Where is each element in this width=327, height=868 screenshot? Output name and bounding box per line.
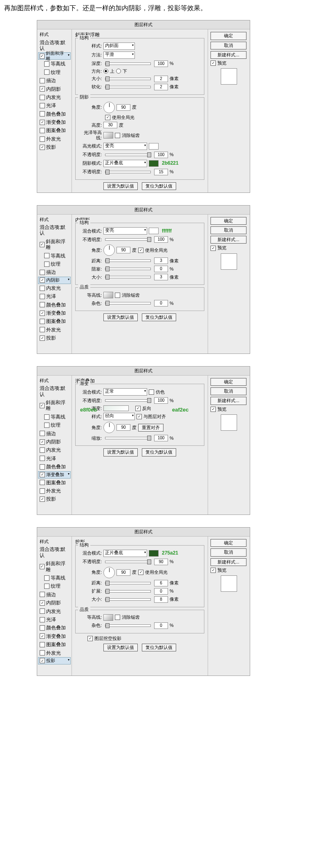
size-input[interactable]: 2 [154,76,168,82]
checkbox[interactable] [40,103,45,108]
dir-down[interactable] [116,69,121,74]
cancel-button[interactable]: 取消 [211,42,246,49]
size-input[interactable]: 8 [154,596,168,603]
highlight-color[interactable] [149,143,159,150]
style-drop-shadow[interactable]: 投影 [38,657,71,664]
global-light-checkbox[interactable] [105,115,110,120]
checkbox[interactable] [40,145,45,150]
color-swatch[interactable] [149,228,159,234]
dir-up[interactable] [103,69,108,74]
hl-opacity-slider[interactable] [105,154,151,156]
new-style-button[interactable]: 新建样式... [211,51,246,59]
noise-slider[interactable] [105,624,151,627]
scale-slider[interactable] [105,437,151,439]
preview-checkbox[interactable] [211,568,216,573]
global-light-checkbox[interactable] [138,570,143,575]
make-default-button[interactable]: 设置为默认值 [103,644,138,651]
angle-dial[interactable] [103,102,115,113]
size-slider[interactable] [105,276,151,278]
technique-select[interactable]: 平滑 [103,51,135,59]
anti-alias-checkbox[interactable] [115,615,120,620]
style-gradient-overlay[interactable]: 渐变叠加 [38,118,71,126]
align-checkbox[interactable] [137,414,142,419]
ok-button[interactable]: 确定 [211,32,246,40]
contour-swatch[interactable] [103,614,113,621]
blend-mode[interactable]: 正常 [103,388,147,396]
size-input[interactable]: 3 [154,274,168,280]
angle-dial[interactable] [103,567,115,578]
reverse-checkbox[interactable] [135,406,141,411]
reset-default-button[interactable]: 复位为默认值 [142,448,176,456]
preview-checkbox[interactable] [211,407,216,412]
make-default-button[interactable]: 设置为默认值 [103,182,138,190]
noise-input[interactable]: 0 [154,622,168,629]
preview-checkbox[interactable] [211,246,216,251]
distance-input[interactable]: 6 [154,580,168,586]
checkbox[interactable] [40,95,45,100]
spread-input[interactable]: 0 [154,588,168,595]
sh-opacity-input[interactable]: 15 [154,169,168,175]
anti-alias-checkbox[interactable] [115,133,120,138]
style-select[interactable]: 内斜面 [103,43,135,50]
checkbox[interactable] [40,54,45,59]
cancel-button[interactable]: 取消 [211,548,246,556]
angle-dial[interactable] [103,422,115,433]
shadow-color[interactable] [149,160,159,167]
checkbox[interactable] [40,111,45,116]
shadow-mode[interactable]: 正片叠底 [103,160,147,167]
angle-dial[interactable] [103,244,115,256]
style-inner-shadow[interactable]: 内阴影 [38,277,71,284]
distance-input[interactable]: 3 [154,257,168,264]
ok-button[interactable]: 确定 [211,217,246,225]
scale-input[interactable]: 100 [154,435,168,441]
style-pattern-overlay[interactable]: 图案叠加 [38,126,71,134]
checkbox[interactable] [40,128,45,133]
reset-align-button[interactable]: 重置对齐 [138,424,164,432]
knockout-checkbox[interactable] [87,636,93,641]
distance-slider[interactable] [105,260,151,262]
style-stroke[interactable]: 描边 [38,76,71,85]
reset-default-button[interactable]: 复位为默认值 [142,313,176,321]
style-satin[interactable]: 光泽 [38,101,71,110]
ok-button[interactable]: 确定 [211,378,246,386]
blend-mode[interactable]: 正片叠底 [103,550,147,557]
make-default-button[interactable]: 设置为默认值 [103,313,138,321]
opacity-slider[interactable] [105,561,151,563]
anti-alias-checkbox[interactable] [115,293,120,298]
color-swatch[interactable] [149,550,159,557]
gloss-swatch[interactable] [103,132,113,139]
style-drop-shadow[interactable]: 投影 [38,143,71,151]
sh-opacity-slider[interactable] [105,171,151,173]
new-style-button[interactable]: 新建样式... [211,558,246,566]
angle-input[interactable]: 90 [116,247,130,253]
style-inner-shadow[interactable]: 内阴影 [38,85,71,93]
soften-slider[interactable] [105,86,151,88]
angle-input[interactable]: 90 [116,104,130,111]
blend-options[interactable]: 混合选项:默认 [38,38,71,53]
size-slider[interactable] [105,78,151,80]
grad-style[interactable]: 径向 [103,413,135,420]
distance-slider[interactable] [105,582,151,584]
altitude-input[interactable]: 30 [103,122,117,128]
opacity-slider[interactable] [105,238,151,241]
style-outer-glow[interactable]: 外发光 [38,135,71,143]
spread-slider[interactable] [105,590,151,593]
depth-input[interactable]: 100 [154,60,168,67]
style-bevel[interactable]: 斜面和浮雕 [38,52,71,60]
checkbox[interactable] [44,61,49,67]
cancel-button[interactable]: 取消 [211,226,246,234]
opacity-slider[interactable] [105,399,151,402]
reset-default-button[interactable]: 复位为默认值 [142,182,176,190]
size-slider[interactable] [105,598,151,601]
opacity-input[interactable]: 100 [154,397,168,404]
ok-button[interactable]: 确定 [211,539,246,547]
new-style-button[interactable]: 新建样式... [211,397,246,405]
make-default-button[interactable]: 设置为默认值 [103,448,138,456]
noise-input[interactable]: 0 [154,300,168,306]
highlight-mode[interactable]: 变亮 [103,143,147,150]
reset-default-button[interactable]: 复位为默认值 [142,644,176,651]
preview-checkbox[interactable] [211,60,216,66]
depth-slider[interactable] [105,63,151,65]
style-color-overlay[interactable]: 颜色叠加 [38,110,71,118]
cancel-button[interactable]: 取消 [211,387,246,395]
